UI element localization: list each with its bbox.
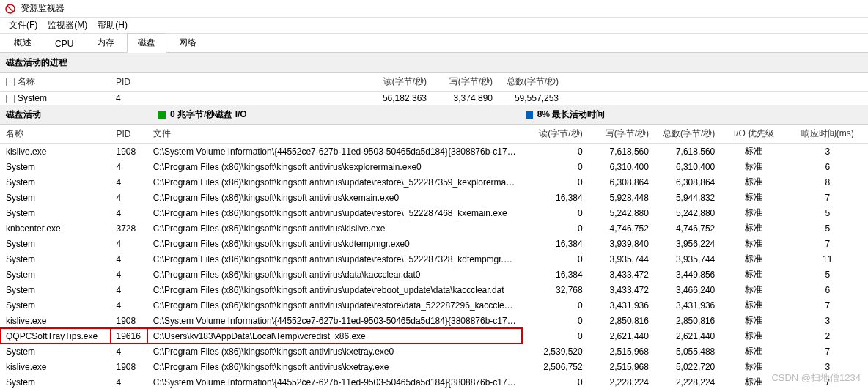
col-pid[interactable]: PID (111, 125, 147, 144)
act-resp: 6 (787, 159, 868, 174)
act-total: 2,850,816 (655, 313, 721, 328)
act-write: 2,621,440 (589, 328, 655, 344)
table-row[interactable]: System 4 C:\System Volume Information\{4… (0, 374, 868, 389)
act-total: 4,746,752 (655, 221, 721, 236)
act-prio: 标准 (721, 313, 787, 328)
row-checkbox[interactable] (6, 95, 15, 103)
act-write: 2,515,968 (589, 359, 655, 374)
col-pid[interactable]: PID (110, 73, 147, 92)
act-pid: 4 (111, 374, 147, 389)
tab-network[interactable]: 网络 (168, 33, 207, 52)
proc-pid: 4 (110, 92, 147, 105)
col-file[interactable]: 文件 (147, 125, 523, 144)
col-name[interactable]: 名称 (0, 125, 111, 144)
tab-overview[interactable]: 概述 (3, 33, 43, 52)
act-file: C:\Program Files (x86)\kingsoft\kingsoft… (147, 221, 523, 236)
act-pid: 19616 (111, 328, 147, 344)
table-row[interactable]: QQPCSoftTrayTips.exe 19616 C:\Users\kv18… (0, 328, 868, 344)
act-pid: 4 (111, 344, 147, 359)
table-row[interactable]: System 4 C:\Program Files (x86)\kingsoft… (0, 251, 868, 267)
table-row[interactable]: System 4 56,182,363 3,374,890 59,557,253 (0, 92, 868, 105)
table-row[interactable]: System 4 C:\Program Files (x86)\kingsoft… (0, 236, 868, 251)
act-resp: 2 (787, 328, 868, 344)
act-pid: 4 (111, 267, 147, 282)
processes-table: 名称 PID 读(字节/秒) 写(字节/秒) 总数(字节/秒) System 4… (0, 73, 868, 105)
window-title: 资源监视器 (21, 2, 65, 15)
table-row[interactable]: System 4 C:\Program Files (x86)\kingsoft… (0, 267, 868, 282)
app-icon (4, 3, 16, 15)
act-name: QQPCSoftTrayTips.exe (0, 328, 111, 344)
menu-help[interactable]: 帮助(H) (93, 18, 132, 33)
act-name: System (0, 159, 111, 174)
act-write: 2,228,224 (589, 374, 655, 389)
act-read: 16,384 (522, 190, 588, 205)
act-name: System (0, 282, 111, 297)
act-resp: 8 (787, 174, 868, 190)
col-total[interactable]: 总数(字节/秒) (655, 125, 721, 144)
act-file: C:\Program Files (x86)\kingsoft\kingsoft… (147, 282, 523, 297)
table-row[interactable]: System 4 C:\Program Files (x86)\kingsoft… (0, 205, 868, 221)
processes-header[interactable]: 磁盘活动的进程 (0, 53, 868, 73)
act-file: C:\Users\kv183\AppData\Local\Temp\vcredi… (147, 328, 523, 344)
table-row[interactable]: System 4 C:\Program Files (x86)\kingsoft… (0, 297, 868, 313)
col-read[interactable]: 读(字节/秒) (367, 73, 433, 92)
tab-cpu[interactable]: CPU (44, 35, 84, 52)
table-row[interactable]: knbcenter.exe 3728 C:\Program Files (x86… (0, 221, 868, 236)
col-prio[interactable]: I/O 优先级 (721, 125, 787, 144)
table-row[interactable]: kislive.exe 1908 C:\System Volume Inform… (0, 144, 868, 160)
col-write[interactable]: 写(字节/秒) (433, 73, 499, 92)
act-resp: 7 (787, 297, 868, 313)
act-resp: 3 (787, 359, 868, 374)
tab-disk[interactable]: 磁盘 (127, 33, 166, 53)
act-pid: 4 (111, 190, 147, 205)
proc-total: 59,557,253 (499, 92, 564, 105)
table-row[interactable]: kislive.exe 1908 C:\Program Files (x86)\… (0, 359, 868, 374)
act-write: 4,746,752 (589, 221, 655, 236)
act-name: System (0, 374, 111, 389)
table-row[interactable]: System 4 C:\Program Files (x86)\kingsoft… (0, 174, 868, 190)
act-resp: 11 (787, 251, 868, 267)
processes-title: 磁盘活动的进程 (6, 56, 67, 69)
act-total: 6,308,864 (655, 174, 721, 190)
select-all-checkbox[interactable] (6, 78, 15, 86)
act-name: kislive.exe (0, 144, 111, 160)
act-file: C:\Program Files (x86)\kingsoft\kingsoft… (147, 236, 523, 251)
act-read: 0 (522, 297, 588, 313)
col-resp[interactable]: 响应时间(ms) (787, 125, 868, 144)
table-row[interactable]: System 4 C:\Program Files (x86)\kingsoft… (0, 190, 868, 205)
tab-memory[interactable]: 内存 (86, 33, 125, 52)
col-read[interactable]: 读(字节/秒) (522, 125, 588, 144)
activity-header-row: 名称 PID 文件 读(字节/秒) 写(字节/秒) 总数(字节/秒) I/O 优… (0, 125, 868, 144)
col-name[interactable]: 名称 (18, 76, 35, 86)
act-name: System (0, 267, 111, 282)
act-pid: 4 (111, 205, 147, 221)
act-prio: 标准 (721, 344, 787, 359)
act-name: System (0, 344, 111, 359)
table-row[interactable]: kislive.exe 1908 C:\System Volume Inform… (0, 313, 868, 328)
menu-file[interactable]: 文件(F) (4, 18, 42, 33)
act-name: System (0, 236, 111, 251)
act-name: System (0, 297, 111, 313)
table-row[interactable]: System 4 C:\Program Files (x86)\kingsoft… (0, 344, 868, 359)
act-resp: 5 (787, 221, 868, 236)
act-file: C:\Program Files (x86)\kingsoft\kingsoft… (147, 359, 523, 374)
act-name: System (0, 251, 111, 267)
act-file: C:\System Volume Information\{44552ce7-6… (147, 313, 523, 328)
act-file: C:\Program Files (x86)\kingsoft\kingsoft… (147, 205, 523, 221)
col-write[interactable]: 写(字节/秒) (589, 125, 655, 144)
act-file: C:\Program Files (x86)\kingsoft\kingsoft… (147, 174, 523, 190)
act-resp: 3 (787, 144, 868, 160)
act-write: 6,308,864 (589, 174, 655, 190)
act-total: 3,935,744 (655, 251, 721, 267)
act-read: 2,506,752 (522, 359, 588, 374)
svg-line-1 (7, 6, 13, 12)
act-total: 5,022,720 (655, 359, 721, 374)
act-write: 6,310,400 (589, 159, 655, 174)
col-total[interactable]: 总数(字节/秒) (499, 73, 564, 92)
menu-monitor[interactable]: 监视器(M) (43, 18, 92, 33)
activity-header[interactable]: 磁盘活动 0 兆字节/秒磁盘 I/O 8% 最长活动时间 (0, 105, 868, 125)
titlebar: 资源监视器 (0, 0, 868, 18)
act-write: 5,242,880 (589, 205, 655, 221)
table-row[interactable]: System 4 C:\Program Files (x86)\kingsoft… (0, 159, 868, 174)
table-row[interactable]: System 4 C:\Program Files (x86)\kingsoft… (0, 282, 868, 297)
